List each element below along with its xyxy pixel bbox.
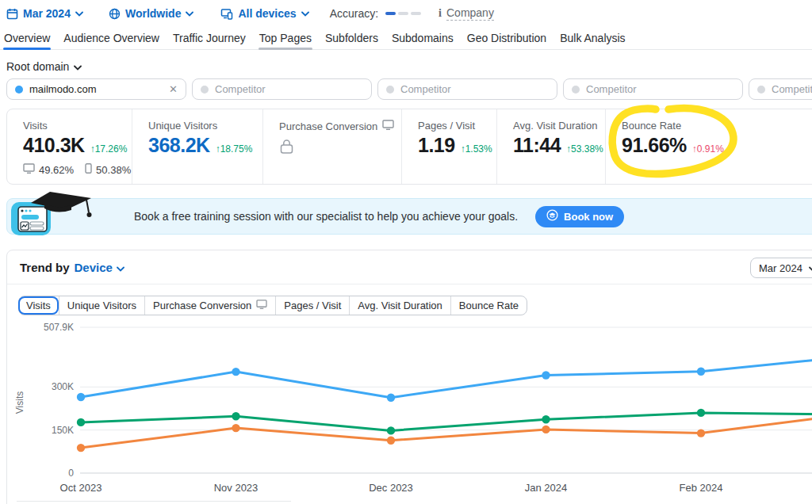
training-promo-banner: Book a free training session with our sp… xyxy=(6,198,812,235)
tab-traffic-journey[interactable]: Traffic Journey xyxy=(172,30,247,49)
y-tick-label: 300K xyxy=(52,381,74,392)
lock-icon[interactable] xyxy=(279,139,401,158)
series-point-blue xyxy=(697,368,705,376)
accuracy-level-dots xyxy=(385,12,421,15)
y-tick-label: 150K xyxy=(52,425,74,436)
metric-label: Avg. Visit Duration xyxy=(513,120,605,132)
series-point-green xyxy=(697,409,705,417)
y-axis-label: Visits xyxy=(14,391,25,414)
competitor-input-1[interactable]: Competitor xyxy=(192,78,372,100)
trend-tab-bounce-rate[interactable]: Bounce Rate xyxy=(450,296,527,315)
hover-tab-underline xyxy=(259,48,312,50)
chevron-down-icon xyxy=(75,11,83,17)
series-point-green xyxy=(542,415,550,423)
x-tick-label: Oct 2023 xyxy=(60,482,102,494)
metric-unique-visitors: Unique Visitors 368.2K ↑18.75% xyxy=(132,109,262,184)
trend-chart-card: Trend by Device Mar 2024 Visits Unique V… xyxy=(6,250,812,504)
summary-metrics-card: Visits 410.3K ↑17.26% 49.62% 50.38% Uniq… xyxy=(6,109,812,185)
metric-label: Purchase Conversion xyxy=(279,120,377,132)
series-point-blue xyxy=(387,394,395,402)
trend-period-select[interactable]: Mar 2024 xyxy=(750,258,812,278)
competitor-color-dot xyxy=(386,86,394,94)
metric-delta: ↑17.26% xyxy=(90,143,128,155)
metric-value: 368.2K xyxy=(148,134,210,157)
mobile-share: 50.38% xyxy=(85,163,131,176)
trend-tab-visits[interactable]: Visits xyxy=(18,296,59,315)
main-domain-value: mailmodo.com xyxy=(29,83,163,95)
series-point-green xyxy=(232,412,239,420)
graduation-cap-icon xyxy=(546,209,558,223)
metric-delta: ↑53.38% xyxy=(566,143,603,155)
top-bar: Mar 2024 Worldwide All devices Accuracy: xyxy=(0,0,812,27)
metric-value: 91.66% xyxy=(622,134,687,157)
tab-top-pages[interactable]: Top Pages xyxy=(259,30,312,49)
metric-delta: ↑0.91% xyxy=(692,143,724,155)
competitor-input-4[interactable]: Competitor xyxy=(749,78,812,100)
trend-title: Trend by xyxy=(20,261,70,274)
trend-tab-unique-visitors[interactable]: Unique Visitors xyxy=(59,296,144,315)
tab-subdomains[interactable]: Subdomains xyxy=(391,30,454,49)
series-point-orange xyxy=(697,429,705,437)
desktop-icon xyxy=(256,300,267,311)
trend-tab-purchase-conversion[interactable]: Purchase Conversion xyxy=(144,296,275,315)
devices-icon xyxy=(220,8,233,20)
series-point-green xyxy=(77,418,85,426)
accuracy-indicator: Accuracy: xyxy=(330,7,421,20)
tab-bulk-analysis[interactable]: Bulk Analysis xyxy=(559,30,626,49)
clear-domain-icon[interactable]: ✕ xyxy=(169,83,178,95)
competitor-placeholder: Competitor xyxy=(215,83,266,95)
competitor-placeholder: Competitor xyxy=(400,83,451,95)
desktop-icon xyxy=(382,120,394,132)
date-range-dropdown[interactable]: Mar 2024 xyxy=(6,7,83,20)
tab-overview[interactable]: Overview xyxy=(3,30,51,49)
active-tab-underline xyxy=(3,48,51,50)
desktop-share: 49.62% xyxy=(23,163,74,176)
metric-value: 410.3K xyxy=(23,134,85,157)
accuracy-dot-filled xyxy=(385,12,396,15)
trend-metric-tabs: Visits Unique Visitors Purchase Conversi… xyxy=(18,296,527,315)
calendar-icon xyxy=(6,8,18,20)
domain-inputs-row: mailmodo.com ✕ Competitor Competitor Com… xyxy=(6,78,812,100)
plan-label[interactable]: Company xyxy=(446,6,494,21)
region-dropdown[interactable]: Worldwide xyxy=(109,7,194,20)
trend-header: Trend by Device Mar 2024 xyxy=(7,250,812,284)
date-range-label: Mar 2024 xyxy=(23,7,71,20)
trend-dimension-dropdown[interactable]: Device xyxy=(75,261,124,274)
tab-audience-overview[interactable]: Audience Overview xyxy=(63,30,160,49)
region-label: Worldwide xyxy=(125,7,182,20)
metric-visits: Visits 410.3K ↑17.26% 49.62% 50.38% xyxy=(7,109,132,184)
training-illustration-icon xyxy=(9,189,104,237)
metric-label: Pages / Visit xyxy=(418,120,496,132)
trend-line-chart[interactable]: 0150K300K507.9KVisitsOct 2023Nov 2023Dec… xyxy=(7,323,812,504)
competitor-input-3[interactable]: Competitor xyxy=(563,78,743,100)
competitor-input-2[interactable]: Competitor xyxy=(377,78,557,100)
x-tick-label: Dec 2023 xyxy=(369,482,413,494)
y-tick-label: 507.9K xyxy=(44,323,74,333)
trend-tab-avg-visit-duration[interactable]: Avg. Visit Duration xyxy=(349,296,450,315)
tab-subfolders[interactable]: Subfolders xyxy=(324,30,379,49)
metric-purchase-conversion: Purchase Conversion xyxy=(262,109,401,184)
banner-text: Book a free training session with our sp… xyxy=(134,210,518,223)
devices-label: All devices xyxy=(238,7,296,20)
devices-dropdown[interactable]: All devices xyxy=(220,7,308,20)
main-domain-input[interactable]: mailmodo.com ✕ xyxy=(6,78,186,100)
metric-bounce-rate: Bounce Rate 91.66% ↑0.91% xyxy=(605,109,812,184)
competitor-placeholder: Competitor xyxy=(586,83,637,95)
series-point-blue xyxy=(77,393,85,401)
report-tabs: Overview Audience Overview Traffic Journ… xyxy=(0,30,812,50)
metric-label: Bounce Rate xyxy=(622,120,812,132)
metric-delta: ↑18.75% xyxy=(216,143,253,155)
series-point-blue xyxy=(232,368,239,376)
series-line-blue xyxy=(81,356,812,398)
series-point-orange xyxy=(542,426,550,433)
root-domain-dropdown[interactable]: Root domain xyxy=(6,60,82,73)
x-tick-label: Nov 2023 xyxy=(214,482,259,494)
series-point-orange xyxy=(77,444,85,452)
tab-geo-distribution[interactable]: Geo Distribution xyxy=(466,30,547,49)
y-tick-label: 0 xyxy=(68,468,74,479)
domain-color-dot xyxy=(15,86,23,94)
accuracy-dot-empty xyxy=(398,12,408,15)
chevron-down-icon xyxy=(809,262,812,274)
trend-tab-pages-per-visit[interactable]: Pages / Visit xyxy=(275,296,349,315)
book-now-button[interactable]: Book now xyxy=(535,206,624,227)
